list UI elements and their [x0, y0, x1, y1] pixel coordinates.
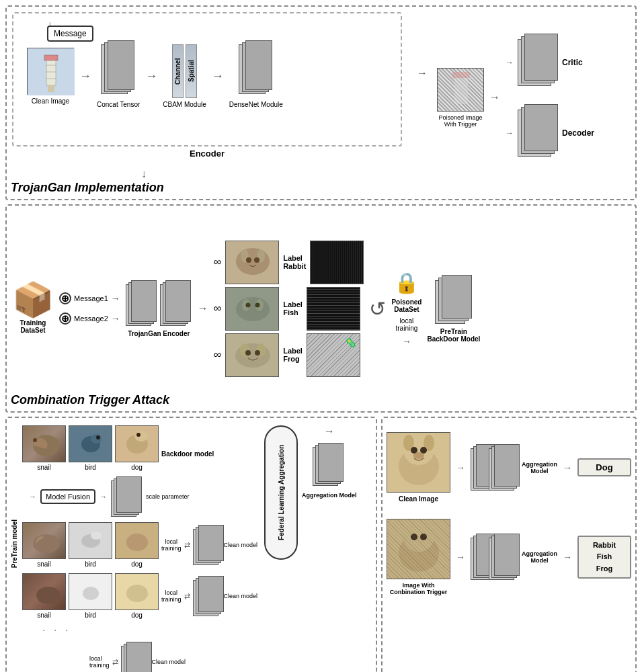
- dog-col-1: dog: [115, 425, 159, 471]
- encoder-label: Encoder: [190, 149, 225, 159]
- arrow-local2: ⇄: [184, 541, 190, 550]
- bird-img-3: [69, 573, 112, 610]
- svg-point-40: [91, 532, 102, 540]
- infinity-frog: ∞: [214, 349, 221, 361]
- model-fusion-box: Model Fusion: [40, 489, 95, 504]
- cat-img-fish: [225, 287, 279, 331]
- concat-tensor-visual: [101, 44, 136, 98]
- poisoned-lock-icon: 🔒: [394, 271, 419, 294]
- svg-point-25: [245, 350, 251, 355]
- svg-point-37: [33, 534, 60, 553]
- svg-point-55: [413, 452, 424, 459]
- noisy-lighthouse1: [437, 68, 484, 112]
- dog-col-2: dog: [115, 522, 159, 568]
- trigger-dog-img: [387, 519, 450, 579]
- bird-label-3: bird: [85, 612, 96, 619]
- arrow-local3: ⇄: [184, 592, 190, 601]
- arrow-agg-to-multi-output: →: [563, 552, 572, 562]
- clean-image-label: Clean Image: [32, 97, 70, 105]
- arrow-agg-to-output: →: [563, 462, 572, 473]
- section2-combination: 📦 Training DataSet ⊕ Message1 → ⊕ Messag…: [5, 204, 637, 413]
- snail-col-1: snail: [22, 425, 66, 471]
- outputs-section: → Critic → Decoder: [506, 34, 594, 161]
- local-training-label-s2: local training: [396, 317, 418, 332]
- svg-point-19: [246, 302, 251, 307]
- bird-img-2: [69, 522, 112, 559]
- cat-img-frog: [225, 333, 279, 377]
- cube-lock-icon: 📦: [12, 283, 54, 317]
- trigger-image-label: Image With Conbination Trigger: [390, 582, 448, 595]
- inference-nn2: [489, 444, 501, 491]
- arrow-msg1: →: [111, 293, 120, 304]
- dog-label-1: dog: [131, 464, 143, 471]
- arrow-trigger-to-nn: →: [456, 552, 465, 562]
- agg-model-label-right: Aggregation Model: [522, 461, 557, 474]
- animal-row-1: snail bird dog: [22, 425, 257, 471]
- spatial-label: Spatial: [186, 44, 197, 98]
- fed-oval-label: Federal Learning Aggregation: [278, 445, 285, 540]
- densenet-label: DenseNet Module: [229, 101, 283, 108]
- snail-label-2: snail: [37, 560, 51, 568]
- svg-point-31: [91, 434, 102, 444]
- bird-label-2: bird: [85, 560, 96, 568]
- multi-output-label: Rabbit Fish Frog: [593, 541, 616, 573]
- arrow-after-fusion: →: [99, 493, 107, 501]
- section1-trojanGAN: Message ↓: [5, 5, 637, 200]
- clean-dog-img: [387, 432, 450, 493]
- aggregation-model-block-left: → Aggregation Model: [302, 425, 357, 499]
- animal-row-3: snail bird dog: [22, 573, 257, 619]
- section3-left: PreTrain model snail: [5, 417, 377, 672]
- dog-label-3: dog: [131, 612, 143, 619]
- local-training-label-bottom: localtraining: [89, 655, 110, 669]
- clean-model-label1: Clean model: [224, 542, 258, 548]
- pretrain-backdoor-label: PreTrain BackDoor Model: [427, 328, 480, 343]
- clean-image-label-right: Clean Image: [399, 495, 438, 503]
- noisy-fish: [307, 287, 360, 331]
- msg1-row: ⊕ Message1 →: [59, 292, 120, 304]
- snail-img-3: [22, 573, 66, 610]
- dog-col-3: dog: [115, 573, 159, 619]
- arrow-to-images: →: [198, 302, 208, 314]
- densenet-visual: [239, 44, 274, 98]
- poisoned-image-label: Poisoned Image With Trigger: [438, 114, 482, 128]
- frog-row: ∞ Label Frog 🦠: [214, 333, 364, 377]
- svg-point-53: [411, 447, 417, 454]
- msg1-label: Message1: [74, 294, 108, 302]
- clean-image-inference: Clean Image: [387, 432, 450, 503]
- snail-label-1: snail: [37, 464, 51, 471]
- decoder-label: Decoder: [562, 128, 594, 138]
- clean-image-row: Clean Image → → Aggregation Model: [387, 425, 631, 503]
- inference-nn1: [471, 444, 483, 491]
- arrow-enc-poisoned: →: [417, 67, 428, 79]
- main-container: Message ↓: [0, 0, 642, 672]
- cbam-block: Channel Spatial CBAM Module: [163, 44, 206, 108]
- bird-label-1: bird: [85, 464, 96, 471]
- arrow-clean-to-nn: →: [456, 462, 465, 473]
- snail-label-3: snail: [37, 612, 51, 619]
- model-fusion-label: Model Fusion: [46, 493, 90, 501]
- arrow3: →: [212, 69, 224, 83]
- pretrain-nn-stacks: [435, 275, 472, 325]
- concat-tensor-label: Concat Tensor: [97, 101, 140, 108]
- encoder-box: Clean Image → Concat Tensor → Channel: [12, 12, 402, 146]
- arrow-to-agg: →: [324, 425, 335, 437]
- msg2-row: ⊕ Message2 →: [59, 312, 120, 325]
- critic-label: Critic: [562, 58, 583, 67]
- snail-col-3: snail: [22, 573, 66, 619]
- svg-point-54: [420, 447, 427, 454]
- arrow-to-pretrain: →: [402, 336, 411, 347]
- trojanGAN-encoder-label: TrojanGan Encoder: [128, 330, 190, 337]
- snail-img-2: [22, 522, 66, 559]
- model-fusion-row: → Model Fusion → scale parameter: [29, 476, 257, 517]
- training-dataset-label: Training DataSet: [20, 319, 46, 334]
- arrow-down-s2: ↓: [141, 168, 147, 180]
- virus-icon: 🦠: [345, 337, 356, 348]
- arrow1: →: [79, 69, 91, 83]
- right-section-inner: Clean Image → → Aggregation Model: [387, 422, 631, 662]
- scale-param-label: scale parameter: [146, 493, 190, 500]
- agg-model-right-bottom: Aggregation Model: [522, 550, 557, 564]
- s1-inner: Clean Image → Concat Tensor → Channel: [20, 17, 394, 108]
- trigger-image-inference: Image With Conbination Trigger: [387, 519, 450, 595]
- dog-img-3: [115, 573, 159, 610]
- bird-col-2: bird: [69, 522, 112, 568]
